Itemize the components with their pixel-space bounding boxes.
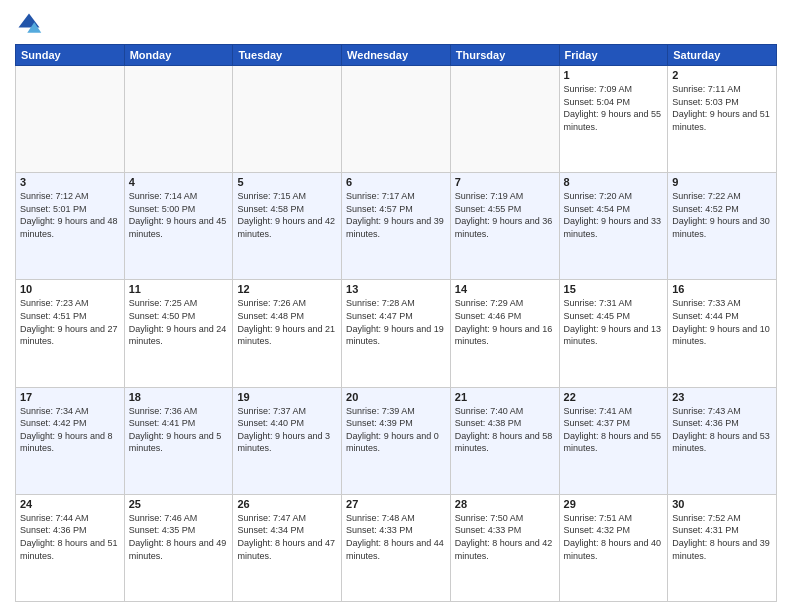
calendar-cell: 29Sunrise: 7:51 AM Sunset: 4:32 PM Dayli… <box>559 494 668 601</box>
calendar-week-row: 17Sunrise: 7:34 AM Sunset: 4:42 PM Dayli… <box>16 387 777 494</box>
day-info: Sunrise: 7:31 AM Sunset: 4:45 PM Dayligh… <box>564 297 664 347</box>
calendar-cell: 22Sunrise: 7:41 AM Sunset: 4:37 PM Dayli… <box>559 387 668 494</box>
calendar-header: SundayMondayTuesdayWednesdayThursdayFrid… <box>16 45 777 66</box>
weekday-header: Wednesday <box>342 45 451 66</box>
day-info: Sunrise: 7:19 AM Sunset: 4:55 PM Dayligh… <box>455 190 555 240</box>
calendar-cell: 27Sunrise: 7:48 AM Sunset: 4:33 PM Dayli… <box>342 494 451 601</box>
day-number: 21 <box>455 391 555 403</box>
day-info: Sunrise: 7:14 AM Sunset: 5:00 PM Dayligh… <box>129 190 229 240</box>
logo-icon <box>15 10 43 38</box>
day-number: 5 <box>237 176 337 188</box>
day-info: Sunrise: 7:47 AM Sunset: 4:34 PM Dayligh… <box>237 512 337 562</box>
day-number: 8 <box>564 176 664 188</box>
day-number: 28 <box>455 498 555 510</box>
day-number: 24 <box>20 498 120 510</box>
calendar-cell <box>233 66 342 173</box>
calendar-cell: 9Sunrise: 7:22 AM Sunset: 4:52 PM Daylig… <box>668 173 777 280</box>
weekday-header: Saturday <box>668 45 777 66</box>
day-info: Sunrise: 7:12 AM Sunset: 5:01 PM Dayligh… <box>20 190 120 240</box>
weekday-header: Monday <box>124 45 233 66</box>
weekday-header: Sunday <box>16 45 125 66</box>
day-number: 22 <box>564 391 664 403</box>
day-info: Sunrise: 7:25 AM Sunset: 4:50 PM Dayligh… <box>129 297 229 347</box>
day-number: 19 <box>237 391 337 403</box>
calendar-cell: 17Sunrise: 7:34 AM Sunset: 4:42 PM Dayli… <box>16 387 125 494</box>
day-info: Sunrise: 7:22 AM Sunset: 4:52 PM Dayligh… <box>672 190 772 240</box>
day-number: 12 <box>237 283 337 295</box>
calendar-cell: 6Sunrise: 7:17 AM Sunset: 4:57 PM Daylig… <box>342 173 451 280</box>
calendar-cell <box>16 66 125 173</box>
calendar-week-row: 24Sunrise: 7:44 AM Sunset: 4:36 PM Dayli… <box>16 494 777 601</box>
day-number: 9 <box>672 176 772 188</box>
day-info: Sunrise: 7:29 AM Sunset: 4:46 PM Dayligh… <box>455 297 555 347</box>
day-number: 25 <box>129 498 229 510</box>
calendar-cell: 21Sunrise: 7:40 AM Sunset: 4:38 PM Dayli… <box>450 387 559 494</box>
day-info: Sunrise: 7:44 AM Sunset: 4:36 PM Dayligh… <box>20 512 120 562</box>
calendar-cell <box>342 66 451 173</box>
day-number: 1 <box>564 69 664 81</box>
day-info: Sunrise: 7:20 AM Sunset: 4:54 PM Dayligh… <box>564 190 664 240</box>
day-info: Sunrise: 7:33 AM Sunset: 4:44 PM Dayligh… <box>672 297 772 347</box>
calendar-cell: 26Sunrise: 7:47 AM Sunset: 4:34 PM Dayli… <box>233 494 342 601</box>
day-number: 30 <box>672 498 772 510</box>
day-number: 13 <box>346 283 446 295</box>
calendar-cell: 1Sunrise: 7:09 AM Sunset: 5:04 PM Daylig… <box>559 66 668 173</box>
calendar-cell: 12Sunrise: 7:26 AM Sunset: 4:48 PM Dayli… <box>233 280 342 387</box>
day-info: Sunrise: 7:46 AM Sunset: 4:35 PM Dayligh… <box>129 512 229 562</box>
calendar-cell: 25Sunrise: 7:46 AM Sunset: 4:35 PM Dayli… <box>124 494 233 601</box>
calendar-cell: 20Sunrise: 7:39 AM Sunset: 4:39 PM Dayli… <box>342 387 451 494</box>
calendar-cell: 23Sunrise: 7:43 AM Sunset: 4:36 PM Dayli… <box>668 387 777 494</box>
calendar-cell: 5Sunrise: 7:15 AM Sunset: 4:58 PM Daylig… <box>233 173 342 280</box>
day-number: 16 <box>672 283 772 295</box>
day-info: Sunrise: 7:34 AM Sunset: 4:42 PM Dayligh… <box>20 405 120 455</box>
calendar-cell: 11Sunrise: 7:25 AM Sunset: 4:50 PM Dayli… <box>124 280 233 387</box>
calendar-cell: 16Sunrise: 7:33 AM Sunset: 4:44 PM Dayli… <box>668 280 777 387</box>
day-info: Sunrise: 7:17 AM Sunset: 4:57 PM Dayligh… <box>346 190 446 240</box>
calendar-cell: 4Sunrise: 7:14 AM Sunset: 5:00 PM Daylig… <box>124 173 233 280</box>
day-number: 18 <box>129 391 229 403</box>
day-number: 17 <box>20 391 120 403</box>
day-number: 3 <box>20 176 120 188</box>
day-info: Sunrise: 7:52 AM Sunset: 4:31 PM Dayligh… <box>672 512 772 562</box>
calendar-week-row: 1Sunrise: 7:09 AM Sunset: 5:04 PM Daylig… <box>16 66 777 173</box>
calendar-cell <box>450 66 559 173</box>
day-number: 4 <box>129 176 229 188</box>
calendar-cell: 24Sunrise: 7:44 AM Sunset: 4:36 PM Dayli… <box>16 494 125 601</box>
logo <box>15 10 47 38</box>
calendar-cell: 15Sunrise: 7:31 AM Sunset: 4:45 PM Dayli… <box>559 280 668 387</box>
calendar-cell: 2Sunrise: 7:11 AM Sunset: 5:03 PM Daylig… <box>668 66 777 173</box>
day-number: 23 <box>672 391 772 403</box>
calendar-week-row: 10Sunrise: 7:23 AM Sunset: 4:51 PM Dayli… <box>16 280 777 387</box>
calendar-cell: 14Sunrise: 7:29 AM Sunset: 4:46 PM Dayli… <box>450 280 559 387</box>
day-info: Sunrise: 7:26 AM Sunset: 4:48 PM Dayligh… <box>237 297 337 347</box>
header-row: SundayMondayTuesdayWednesdayThursdayFrid… <box>16 45 777 66</box>
day-info: Sunrise: 7:11 AM Sunset: 5:03 PM Dayligh… <box>672 83 772 133</box>
day-number: 26 <box>237 498 337 510</box>
calendar-cell: 3Sunrise: 7:12 AM Sunset: 5:01 PM Daylig… <box>16 173 125 280</box>
calendar-cell: 8Sunrise: 7:20 AM Sunset: 4:54 PM Daylig… <box>559 173 668 280</box>
day-number: 11 <box>129 283 229 295</box>
day-number: 20 <box>346 391 446 403</box>
day-number: 7 <box>455 176 555 188</box>
calendar-cell: 28Sunrise: 7:50 AM Sunset: 4:33 PM Dayli… <box>450 494 559 601</box>
day-info: Sunrise: 7:40 AM Sunset: 4:38 PM Dayligh… <box>455 405 555 455</box>
calendar-cell: 18Sunrise: 7:36 AM Sunset: 4:41 PM Dayli… <box>124 387 233 494</box>
day-info: Sunrise: 7:48 AM Sunset: 4:33 PM Dayligh… <box>346 512 446 562</box>
day-number: 10 <box>20 283 120 295</box>
weekday-header: Friday <box>559 45 668 66</box>
day-info: Sunrise: 7:37 AM Sunset: 4:40 PM Dayligh… <box>237 405 337 455</box>
page: SundayMondayTuesdayWednesdayThursdayFrid… <box>0 0 792 612</box>
calendar-cell: 10Sunrise: 7:23 AM Sunset: 4:51 PM Dayli… <box>16 280 125 387</box>
day-info: Sunrise: 7:28 AM Sunset: 4:47 PM Dayligh… <box>346 297 446 347</box>
day-info: Sunrise: 7:15 AM Sunset: 4:58 PM Dayligh… <box>237 190 337 240</box>
day-info: Sunrise: 7:41 AM Sunset: 4:37 PM Dayligh… <box>564 405 664 455</box>
day-info: Sunrise: 7:23 AM Sunset: 4:51 PM Dayligh… <box>20 297 120 347</box>
calendar-table: SundayMondayTuesdayWednesdayThursdayFrid… <box>15 44 777 602</box>
calendar-cell: 7Sunrise: 7:19 AM Sunset: 4:55 PM Daylig… <box>450 173 559 280</box>
weekday-header: Thursday <box>450 45 559 66</box>
day-info: Sunrise: 7:39 AM Sunset: 4:39 PM Dayligh… <box>346 405 446 455</box>
day-number: 14 <box>455 283 555 295</box>
day-number: 27 <box>346 498 446 510</box>
calendar-cell: 13Sunrise: 7:28 AM Sunset: 4:47 PM Dayli… <box>342 280 451 387</box>
calendar-week-row: 3Sunrise: 7:12 AM Sunset: 5:01 PM Daylig… <box>16 173 777 280</box>
